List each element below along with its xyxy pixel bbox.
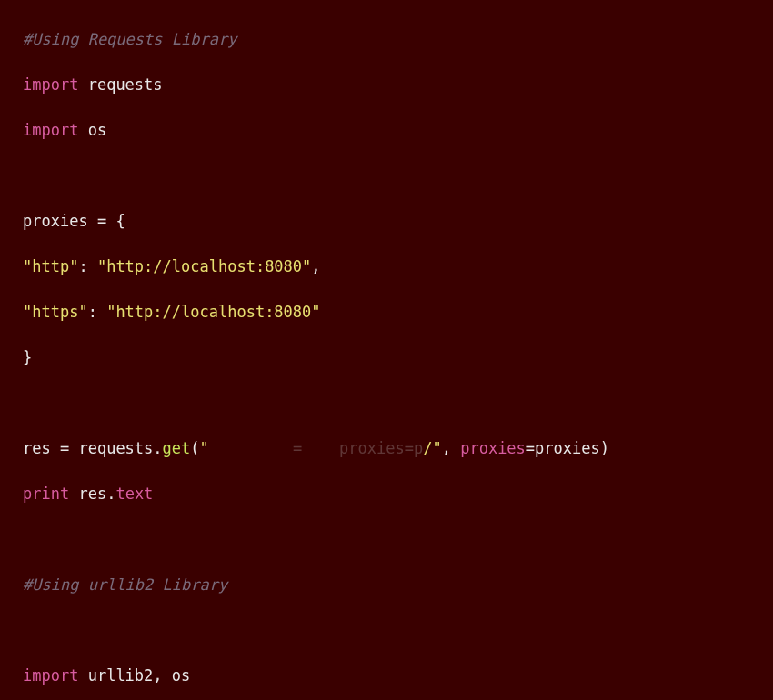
code-line[interactable]: "http": "http://localhost:8080",	[23, 255, 773, 278]
comment: #Using urllib2 Library	[23, 575, 227, 594]
paren: (	[190, 439, 199, 457]
code-line[interactable]: }	[23, 346, 773, 369]
string-close: /"	[423, 439, 441, 457]
brace: {	[115, 212, 125, 230]
module-os: os	[88, 121, 106, 139]
kwarg-proxies: proxies	[460, 439, 526, 457]
code-line[interactable]: import os	[23, 119, 773, 142]
dot: .	[106, 485, 115, 503]
ghost-text: = proxies=p	[209, 439, 423, 457]
keyword-import: import	[23, 75, 78, 94]
operator-eq: =	[88, 212, 116, 230]
ident-proxies: proxies	[23, 212, 88, 230]
keyword-import: import	[23, 121, 78, 139]
code-line[interactable]	[23, 619, 773, 642]
ident-proxies: proxies	[535, 439, 600, 457]
colon: :	[78, 257, 96, 275]
code-line[interactable]: import requests	[23, 74, 773, 96]
fn-get: get	[163, 439, 191, 457]
string-key: "https"	[23, 303, 88, 321]
operator-eq: =	[51, 439, 79, 457]
code-line[interactable]	[23, 165, 773, 187]
module-requests: requests	[88, 75, 163, 94]
dot: .	[153, 439, 162, 457]
code-line[interactable]: res = requests.get(" = proxies=p/", prox…	[23, 437, 773, 460]
string-key: "http"	[23, 257, 78, 275]
code-editor[interactable]: #Using Requests Library import requests …	[0, 0, 773, 700]
module-os: os	[172, 666, 190, 685]
code-line[interactable]	[23, 528, 773, 551]
keyword-import: import	[23, 666, 78, 685]
comma: ,	[442, 439, 451, 457]
code-line[interactable]: #Using Requests Library	[23, 28, 773, 51]
code-line[interactable]: print res.text	[23, 483, 773, 505]
brace: }	[23, 348, 32, 366]
code-line[interactable]	[23, 392, 773, 415]
code-line[interactable]: import urllib2, os	[23, 665, 773, 687]
comma: ,	[311, 257, 320, 275]
string-open: "	[200, 439, 209, 457]
code-line[interactable]: #Using urllib2 Library	[23, 574, 773, 596]
attr-text: text	[115, 485, 153, 503]
module-urllib2: urllib2	[88, 666, 154, 685]
paren: )	[600, 439, 609, 457]
colon: :	[88, 303, 106, 321]
string-val: "http://localhost:8080"	[106, 303, 320, 321]
ident-res: res	[23, 439, 51, 457]
ident-res: res	[78, 485, 106, 503]
module-requests: requests	[78, 439, 153, 457]
comma: ,	[153, 666, 171, 685]
keyword-print: print	[23, 485, 69, 503]
code-line[interactable]: proxies = {	[23, 210, 773, 233]
comment: #Using Requests Library	[23, 30, 236, 48]
operator-eq: =	[526, 439, 535, 457]
string-val: "http://localhost:8080"	[97, 257, 311, 275]
code-line[interactable]: "https": "http://localhost:8080"	[23, 301, 773, 324]
